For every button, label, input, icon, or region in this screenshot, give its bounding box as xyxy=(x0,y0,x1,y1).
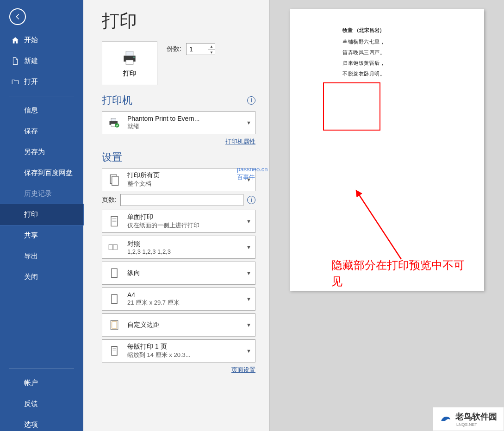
printer-heading: 打印机 xyxy=(102,94,132,107)
back-arrow-icon xyxy=(13,12,22,21)
sidebar-item-home[interactable]: 开始 xyxy=(0,30,83,50)
sidebar-item-saveas[interactable]: 另存为 xyxy=(0,142,83,162)
duplex-dropdown[interactable]: 单面打印 仅在纸面的一侧上进行打印 ▼ xyxy=(102,210,255,233)
paper-icon xyxy=(108,293,121,306)
sidebar-item-close[interactable]: 关闭 xyxy=(0,267,83,287)
preview-page: 牧童 （北宋吕岩） 草铺横野六七里， 笛弄晚风三四声。 归来饱饭黄昏后， 不脱蓑… xyxy=(290,9,484,291)
logo-badge: 老鸟软件园 LNQS.NET xyxy=(433,407,504,431)
print-settings-panel: 打印 打印 份数: ▲ xyxy=(83,0,269,431)
sidebar-item-account[interactable]: 帐户 xyxy=(0,373,83,394)
sidebar-divider xyxy=(9,369,74,369)
paper-dropdown[interactable]: A4 21 厘米 x 29.7 厘米 ▼ xyxy=(102,287,255,311)
chevron-down-icon: ▼ xyxy=(246,296,251,302)
chevron-down-icon: ▼ xyxy=(246,348,251,354)
printer-info-icon[interactable]: i xyxy=(247,96,255,105)
preview-title: 牧童 （北宋吕岩） xyxy=(342,27,464,34)
file-icon xyxy=(11,57,19,65)
svg-rect-9 xyxy=(112,176,118,185)
sheets-dropdown[interactable]: 每版打印 1 页 缩放到 14 厘米 x 20.3... ▼ xyxy=(102,339,255,362)
copies-up[interactable]: ▲ xyxy=(208,44,215,50)
copies-spinner[interactable]: ▲ ▼ xyxy=(186,43,215,55)
annotation-text: 隐藏部分在打印预览中不可见 xyxy=(331,257,470,290)
preview-line: 草铺横野六七里， xyxy=(342,38,464,45)
orientation-dropdown[interactable]: 纵向 ▼ xyxy=(102,262,255,285)
pages-info-icon[interactable]: i xyxy=(247,196,255,204)
sidebar-item-save-baidu[interactable]: 保存到百度网盘 xyxy=(0,162,83,183)
preview-line: 笛弄晚风三四声。 xyxy=(342,49,464,56)
chevron-down-icon: ▼ xyxy=(246,120,251,125)
chevron-down-icon: ▼ xyxy=(246,244,251,250)
printer-name: Phantom Print to Evern... xyxy=(127,115,240,122)
sidebar-item-new[interactable]: 新建 xyxy=(0,50,83,71)
sidebar-item-feedback[interactable]: 反馈 xyxy=(0,394,83,414)
printer-icon xyxy=(119,49,140,67)
printer-properties-link[interactable]: 打印机属性 xyxy=(225,138,255,145)
print-button-label: 打印 xyxy=(123,69,136,78)
svg-rect-2 xyxy=(126,60,133,64)
print-preview-panel: 牧童 （北宋吕岩） 草铺横野六七里， 笛弄晚风三四声。 归来饱饭黄昏后， 不脱蓑… xyxy=(269,0,504,431)
sidebar-item-share[interactable]: 共享 xyxy=(0,225,83,246)
sidebar-item-options[interactable]: 选项 xyxy=(0,414,83,431)
sidebar: 开始 新建 打开 信息 保存 另存为 保存到百度网盘 历史记录 打印 共享 导出… xyxy=(0,0,83,431)
print-range-dropdown[interactable]: 打印所有页 整个文档 ▼ xyxy=(102,168,255,191)
pages-input[interactable] xyxy=(120,194,243,206)
margins-icon xyxy=(108,319,121,331)
copies-down[interactable]: ▼ xyxy=(208,50,215,56)
bird-icon xyxy=(440,413,452,425)
svg-rect-17 xyxy=(112,294,117,303)
svg-rect-15 xyxy=(113,244,117,250)
folder-icon xyxy=(11,78,19,86)
sidebar-item-history[interactable]: 历史记录 xyxy=(0,183,83,204)
sidebar-label: 开始 xyxy=(24,36,38,44)
printer-status-icon xyxy=(108,116,121,129)
sidebar-label: 新建 xyxy=(24,56,38,65)
svg-point-7 xyxy=(115,123,119,127)
pages-icon xyxy=(108,173,121,186)
chevron-down-icon: ▼ xyxy=(246,177,251,182)
sidebar-item-save[interactable]: 保存 xyxy=(0,121,83,142)
margins-dropdown[interactable]: 自定义边距 ▼ xyxy=(102,313,255,337)
page-title: 打印 xyxy=(102,9,255,33)
sidebar-item-open[interactable]: 打开 xyxy=(0,71,83,92)
preview-line: 不脱蓑衣卧月明。 xyxy=(342,70,464,77)
settings-heading: 设置 xyxy=(102,150,122,164)
collate-dropdown[interactable]: 对照 1,2,3 1,2,3 1,2,3 ▼ xyxy=(102,236,255,259)
back-button[interactable] xyxy=(9,8,26,25)
sidebar-item-export[interactable]: 导出 xyxy=(0,246,83,267)
portrait-icon xyxy=(108,267,121,280)
sidebar-item-info[interactable]: 信息 xyxy=(0,100,83,121)
home-icon xyxy=(11,36,19,44)
sheet-icon xyxy=(108,344,121,357)
print-button[interactable]: 打印 xyxy=(102,41,157,85)
svg-rect-5 xyxy=(111,119,116,121)
single-side-icon xyxy=(108,215,121,228)
svg-rect-14 xyxy=(109,244,112,250)
sidebar-item-print[interactable]: 打印 xyxy=(0,204,83,225)
svg-rect-16 xyxy=(112,269,117,277)
printer-status: 就绪 xyxy=(127,122,240,131)
page-setup-link[interactable]: 页面设置 xyxy=(231,366,255,373)
collate-icon xyxy=(108,241,121,254)
svg-point-3 xyxy=(133,56,134,57)
copies-input[interactable] xyxy=(187,44,208,55)
svg-rect-10 xyxy=(111,217,118,226)
chevron-down-icon: ▼ xyxy=(246,219,251,224)
preview-line: 归来饱饭黄昏后， xyxy=(342,60,464,67)
svg-rect-20 xyxy=(112,346,117,355)
svg-rect-1 xyxy=(126,51,133,56)
chevron-down-icon: ▼ xyxy=(246,270,251,276)
printer-dropdown[interactable]: Phantom Print to Evern... 就绪 ▼ xyxy=(102,111,255,134)
copies-label: 份数: xyxy=(167,45,181,53)
sidebar-divider xyxy=(9,96,74,96)
annotation-box xyxy=(323,82,380,131)
sidebar-label: 打开 xyxy=(24,77,38,86)
pages-label: 页数: xyxy=(102,196,117,204)
chevron-down-icon: ▼ xyxy=(246,322,251,328)
